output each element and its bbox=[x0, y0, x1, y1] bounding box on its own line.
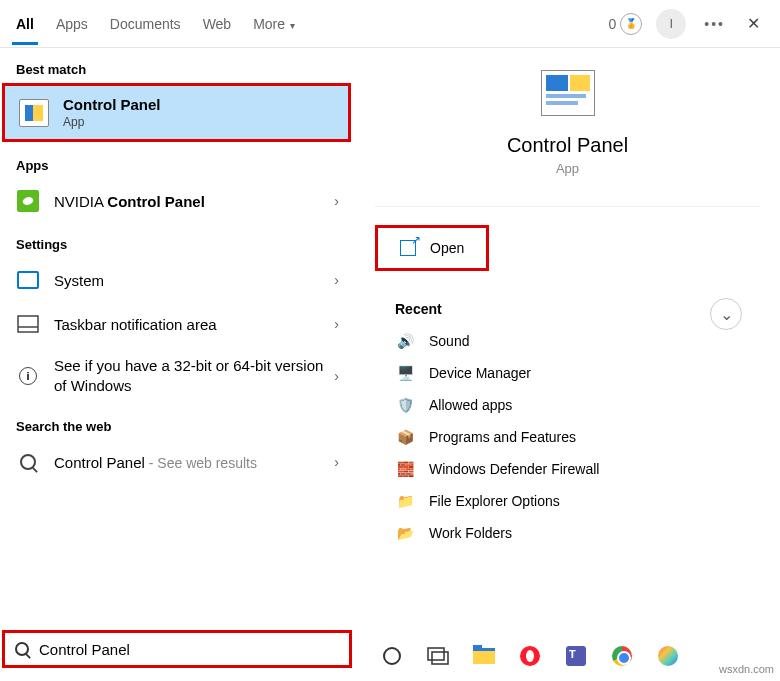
header-right: 0 🏅 I ••• ✕ bbox=[608, 9, 764, 39]
paint3d-icon[interactable] bbox=[656, 644, 680, 668]
box-icon: 📦 bbox=[395, 429, 415, 445]
web-result[interactable]: Control Panel - See web results › bbox=[0, 440, 355, 484]
teams-icon[interactable] bbox=[564, 644, 588, 668]
recent-allowed-apps[interactable]: 🛡️Allowed apps bbox=[355, 389, 780, 421]
points-value: 0 bbox=[608, 16, 616, 32]
app-result-text: NVIDIA Control Panel bbox=[54, 193, 334, 210]
setting-taskbar-notification[interactable]: Taskbar notification area › bbox=[0, 302, 355, 346]
header-bar: All Apps Documents Web More ▾ 0 🏅 I ••• … bbox=[0, 0, 780, 48]
setting-text: System bbox=[54, 272, 334, 289]
best-match-sub: App bbox=[63, 115, 161, 129]
device-icon: 🖥️ bbox=[395, 365, 415, 381]
medal-icon: 🏅 bbox=[620, 13, 642, 35]
search-icon bbox=[15, 642, 29, 656]
search-web-label: Search the web bbox=[0, 405, 355, 440]
close-button[interactable]: ✕ bbox=[743, 14, 764, 33]
best-match-title: Control Panel bbox=[63, 96, 161, 113]
svg-rect-0 bbox=[18, 316, 38, 332]
chevron-right-icon: › bbox=[334, 193, 339, 209]
cortana-icon[interactable] bbox=[380, 644, 404, 668]
setting-text: See if you have a 32-bit or 64-bit versi… bbox=[54, 356, 334, 395]
tab-apps[interactable]: Apps bbox=[56, 4, 88, 44]
taskbar bbox=[380, 644, 680, 668]
best-match-highlight: Control Panel App bbox=[2, 83, 351, 142]
svg-rect-3 bbox=[432, 652, 448, 664]
chrome-icon[interactable] bbox=[610, 644, 634, 668]
chevron-right-icon: › bbox=[334, 454, 339, 470]
file-explorer-icon[interactable] bbox=[472, 644, 496, 668]
chevron-right-icon: › bbox=[334, 316, 339, 332]
monitor-icon bbox=[16, 268, 40, 292]
more-options-button[interactable]: ••• bbox=[700, 16, 729, 32]
apps-label: Apps bbox=[0, 144, 355, 179]
search-input[interactable] bbox=[39, 641, 339, 658]
app-result-nvidia[interactable]: NVIDIA Control Panel › bbox=[0, 179, 355, 223]
filter-tabs: All Apps Documents Web More ▾ bbox=[16, 4, 608, 44]
user-avatar[interactable]: I bbox=[656, 9, 686, 39]
recent-device-manager[interactable]: 🖥️Device Manager bbox=[355, 357, 780, 389]
detail-title: Control Panel bbox=[507, 134, 628, 157]
recent-work-folders[interactable]: 📂Work Folders bbox=[355, 517, 780, 549]
tab-documents[interactable]: Documents bbox=[110, 4, 181, 44]
recent-file-explorer-options[interactable]: 📁File Explorer Options bbox=[355, 485, 780, 517]
detail-sub: App bbox=[556, 161, 579, 176]
tab-more[interactable]: More ▾ bbox=[253, 4, 295, 44]
shield-icon: 🛡️ bbox=[395, 397, 415, 413]
tab-all[interactable]: All bbox=[16, 4, 34, 44]
rewards-points[interactable]: 0 🏅 bbox=[608, 13, 642, 35]
open-button[interactable]: Open bbox=[375, 225, 489, 271]
recent-programs-features[interactable]: 📦Programs and Features bbox=[355, 421, 780, 453]
work-folders-icon: 📂 bbox=[395, 525, 415, 541]
chevron-down-icon: ⌄ bbox=[720, 305, 733, 324]
best-match-item[interactable]: Control Panel App bbox=[5, 86, 348, 139]
watermark: wsxdn.com bbox=[719, 663, 774, 675]
chevron-right-icon: › bbox=[334, 272, 339, 288]
opera-icon[interactable] bbox=[518, 644, 542, 668]
setting-text: Taskbar notification area bbox=[54, 316, 334, 333]
control-panel-icon-large bbox=[541, 70, 595, 116]
recent-sound[interactable]: 🔊Sound bbox=[355, 325, 780, 357]
svg-rect-2 bbox=[428, 648, 444, 660]
main-area: Best match Control Panel App Apps NVIDIA… bbox=[0, 48, 780, 633]
setting-bit-version[interactable]: i See if you have a 32-bit or 64-bit ver… bbox=[0, 346, 355, 405]
setting-system[interactable]: System › bbox=[0, 258, 355, 302]
speaker-icon: 🔊 bbox=[395, 333, 415, 349]
taskbar-icon bbox=[16, 312, 40, 336]
folder-options-icon: 📁 bbox=[395, 493, 415, 509]
expand-button[interactable]: ⌄ bbox=[710, 298, 742, 330]
info-icon: i bbox=[16, 364, 40, 388]
nvidia-icon bbox=[16, 189, 40, 213]
control-panel-icon bbox=[19, 99, 49, 127]
chevron-right-icon: › bbox=[334, 368, 339, 384]
open-label: Open bbox=[430, 240, 464, 256]
recent-firewall[interactable]: 🧱Windows Defender Firewall bbox=[355, 453, 780, 485]
firewall-icon: 🧱 bbox=[395, 461, 415, 477]
open-icon bbox=[400, 240, 416, 256]
search-bar[interactable] bbox=[2, 630, 352, 668]
results-column: Best match Control Panel App Apps NVIDIA… bbox=[0, 48, 355, 633]
detail-column: Control Panel App Open ⌄ Recent 🔊Sound 🖥… bbox=[355, 48, 780, 633]
settings-label: Settings bbox=[0, 223, 355, 258]
chevron-down-icon: ▾ bbox=[287, 20, 295, 31]
task-view-icon[interactable] bbox=[426, 644, 450, 668]
best-match-label: Best match bbox=[0, 48, 355, 83]
detail-header: Control Panel App bbox=[375, 70, 760, 207]
search-icon bbox=[16, 450, 40, 474]
tab-web[interactable]: Web bbox=[203, 4, 232, 44]
web-result-text: Control Panel - See web results bbox=[54, 454, 334, 471]
